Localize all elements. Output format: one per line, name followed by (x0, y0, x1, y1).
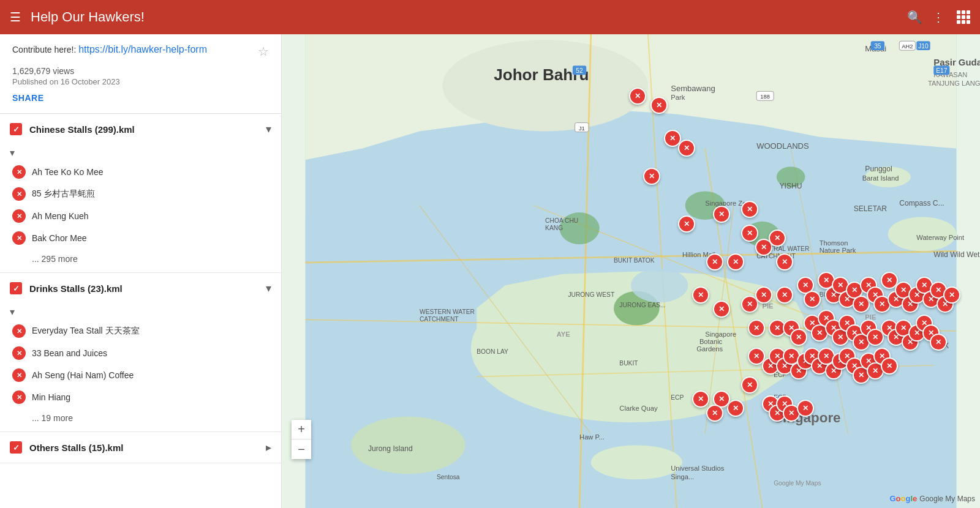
svg-text:Botanic: Botanic (699, 338, 723, 345)
svg-text:Haw P...: Haw P... (579, 433, 605, 441)
layer-chevron-chinese-stalls[interactable]: ▾ (266, 122, 271, 136)
svg-text:Waterway Point: Waterway Point (916, 234, 965, 241)
share-button[interactable]: SHARE (12, 93, 44, 103)
svg-text:Clarke Quay: Clarke Quay (619, 405, 658, 412)
list-item[interactable]: Min Hiang (12, 386, 271, 408)
layer-title-chinese-stalls: Chinese Stalls (299).kml (29, 124, 258, 135)
views-count: 1,629,679 views (12, 66, 269, 76)
layer-items-drinks-stalls: Everyday Tea Stall 天天茶室33 Bean and Juice… (0, 320, 281, 431)
app-header: ☰ Help Our Hawkers! 🔍 ⋮ (0, 0, 980, 34)
app-title: Help Our Hawkers! (31, 9, 897, 25)
svg-text:Singapore: Singapore (705, 331, 736, 338)
svg-text:Nature Park: Nature Park (820, 247, 856, 254)
layer-header-others-stalls: Others Stalls (15).kml▸ (0, 432, 281, 463)
layer-collapse-drinks-stalls[interactable]: ▾ (0, 304, 281, 320)
svg-text:Park: Park (671, 94, 685, 101)
svg-text:52: 52 (576, 67, 583, 74)
layer-title-others-stalls: Others Stalls (15).kml (29, 443, 258, 453)
svg-rect-5 (305, 217, 956, 263)
layer-chevron-others-stalls[interactable]: ▸ (266, 441, 271, 454)
svg-text:Singa...: Singa... (671, 473, 694, 480)
svg-text:CHOA CHU: CHOA CHU (545, 217, 578, 224)
zoom-in-button[interactable]: + (292, 420, 311, 439)
layer-more-drinks-stalls[interactable]: ... 19 more (12, 408, 271, 425)
list-item[interactable]: Ah Seng (Hai Nam) Coffee (12, 364, 271, 386)
svg-text:Thomson: Thomson (820, 239, 848, 247)
svg-text:JURONG WEST: JURONG WEST (568, 291, 614, 298)
layers-list: Chinese Stalls (299).kml▾▾Ah Tee Ko Ko M… (0, 114, 281, 463)
stall-name-label: 33 Bean and Juices (32, 348, 107, 358)
svg-text:CENTRAL WATER: CENTRAL WATER (756, 245, 809, 252)
svg-text:BUKIT TIMAH: BUKIT TIMAH (820, 291, 859, 298)
svg-text:J10: J10 (918, 43, 929, 50)
svg-text:YISHU: YISHU (779, 182, 802, 190)
stall-name-label: Ah Tee Ko Ko Mee (32, 167, 103, 177)
zoom-out-button[interactable]: − (292, 439, 311, 459)
list-item[interactable]: 33 Bean and Juices (12, 342, 271, 364)
layer-more-chinese-stalls[interactable]: ... 295 more (12, 249, 271, 266)
layer-checkbox-chinese-stalls[interactable] (10, 123, 22, 135)
layer-checkbox-others-stalls[interactable] (10, 441, 22, 454)
list-item[interactable]: 85 乡村古早蚝煎 (12, 183, 271, 205)
stall-name-label: 85 乡村古早蚝煎 (32, 189, 95, 200)
svg-text:Jurong Island: Jurong Island (368, 444, 413, 453)
svg-point-25 (631, 268, 688, 302)
list-item[interactable]: Bak Chor Mee (12, 227, 271, 249)
svg-text:Singapore Zoo: Singapore Zoo (705, 200, 750, 207)
layer-item-drinks-stalls: Drinks Stalls (23).kml▾▾Everyday Tea Sta… (0, 273, 281, 432)
more-options-icon[interactable]: ⋮ (932, 10, 944, 24)
svg-text:TANJUNG LANGSAT: TANJUNG LANGSAT (928, 80, 980, 87)
svg-text:Sentosa: Sentosa (437, 474, 460, 480)
layer-title-drinks-stalls: Drinks Stalls (23).kml (29, 283, 258, 294)
menu-icon[interactable]: ☰ (10, 10, 21, 24)
svg-text:BUKIT: BUKIT (619, 360, 638, 367)
svg-text:AYE: AYE (557, 331, 571, 338)
svg-text:ECP: ECP (774, 394, 786, 401)
stall-name-label: Ah Meng Kueh (32, 211, 89, 221)
stall-name-label: Min Hiang (32, 392, 70, 402)
sidebar: Contribute here!: https://bit.ly/hawker-… (0, 34, 282, 508)
contribute-row: Contribute here!: https://bit.ly/hawker-… (12, 44, 269, 59)
svg-text:35: 35 (874, 43, 881, 50)
stall-pin-icon (12, 346, 26, 360)
google-logo: Google (889, 494, 917, 503)
stall-name-label: Ah Seng (Hai Nam) Coffee (32, 370, 134, 380)
layer-collapse-chinese-stalls[interactable]: ▾ (0, 144, 281, 161)
list-item[interactable]: Everyday Tea Stall 天天茶室 (12, 320, 271, 342)
published-date: Published on 16 October 2023 (12, 77, 269, 86)
list-item[interactable]: Ah Meng Kueh (12, 205, 271, 227)
svg-text:Punggol: Punggol (865, 165, 892, 173)
stall-pin-icon (12, 165, 26, 179)
star-icon[interactable]: ☆ (258, 44, 269, 59)
list-item[interactable]: Ah Tee Ko Ko Mee (12, 161, 271, 183)
svg-text:Sembawang: Sembawang (671, 84, 715, 93)
map-area[interactable]: Johor Bahru Sembawang Park WOODLANDS YIS… (282, 34, 980, 508)
svg-text:ECP: ECP (671, 394, 684, 401)
stall-pin-icon (12, 187, 26, 201)
apps-grid-icon[interactable] (957, 10, 970, 24)
svg-text:Compass C...: Compass C... (899, 199, 944, 207)
layer-checkbox-drinks-stalls[interactable] (10, 282, 22, 294)
layer-collapse-chevron-drinks-stalls: ▾ (10, 306, 15, 318)
svg-text:188: 188 (760, 94, 770, 100)
svg-text:Hillion Mall: Hillion Mall (682, 251, 715, 258)
stall-pin-icon (12, 368, 26, 382)
my-maps-label: Google My Maps (919, 495, 975, 503)
search-icon[interactable]: 🔍 (907, 10, 922, 24)
google-attribution: Google Google My Maps (889, 494, 975, 503)
stall-pin-icon (12, 209, 26, 223)
layer-item-others-stalls: Others Stalls (15).kml▸ (0, 432, 281, 463)
stall-pin-icon (12, 390, 26, 404)
svg-text:WOODLANDS: WOODLANDS (756, 141, 809, 151)
contribute-link[interactable]: https://bit.ly/hawker-help-form (78, 44, 207, 54)
layer-chevron-drinks-stalls[interactable]: ▾ (266, 282, 271, 295)
svg-text:WESTERN WATER: WESTERN WATER (420, 308, 475, 315)
svg-text:Gardens: Gardens (696, 345, 723, 353)
main-content: Contribute here!: https://bit.ly/hawker-… (0, 34, 980, 508)
svg-text:AH2: AH2 (902, 43, 913, 50)
svg-text:KANG: KANG (545, 225, 563, 231)
svg-text:CATCHMENT: CATCHMENT (420, 316, 459, 323)
stall-name-label: Bak Chor Mee (32, 233, 86, 243)
svg-text:BUKIT BATOK: BUKIT BATOK (614, 257, 655, 264)
layer-header-drinks-stalls: Drinks Stalls (23).kml▾ (0, 273, 281, 304)
